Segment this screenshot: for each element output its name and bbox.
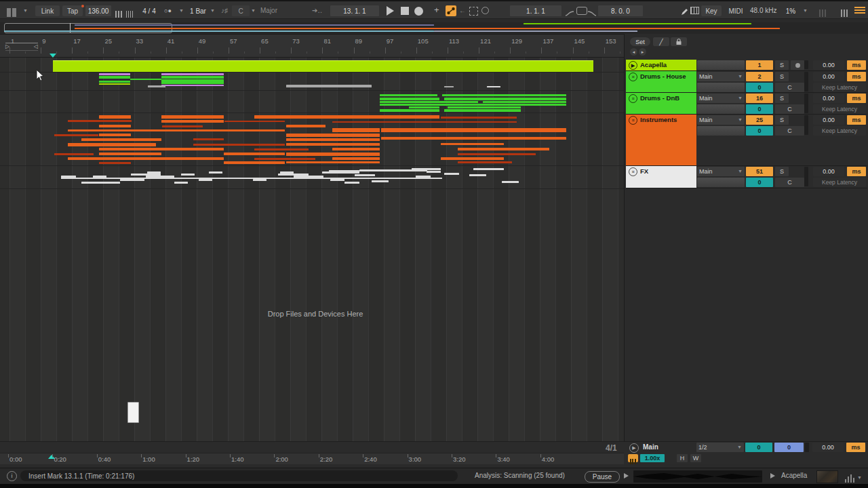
punch-in-icon[interactable] <box>565 7 574 20</box>
clip-stripe[interactable] <box>380 104 566 106</box>
track-volume-box[interactable]: C <box>775 104 804 114</box>
track-header-row[interactable]: ≡InstrumentsMain▼25S0.00ms0CKeep Latency <box>626 115 867 166</box>
acapella-clip[interactable] <box>53 60 593 72</box>
clip-stripe[interactable] <box>409 106 439 108</box>
keep-latency-button[interactable]: Keep Latency <box>813 126 866 136</box>
loop-length-field[interactable]: 8. 0. 0 <box>598 5 643 16</box>
arrangement-position-field[interactable]: 13. 1. 1 <box>330 5 379 16</box>
track-pan-box[interactable]: 0 <box>746 126 773 136</box>
clip-stripe[interactable] <box>286 152 380 156</box>
clip-stripe[interactable] <box>332 121 517 123</box>
track-routing-menu[interactable]: Main▼ <box>697 115 745 125</box>
track-delay-ms-label[interactable]: ms <box>847 115 866 125</box>
track-input-sub-box[interactable] <box>697 83 745 92</box>
clip-stripe[interactable] <box>99 115 131 119</box>
draw-grid-icon[interactable] <box>469 7 478 16</box>
tap-tempo-button[interactable]: Tap <box>62 5 83 16</box>
key-map-button[interactable]: Key <box>701 5 722 16</box>
clip-stripe[interactable] <box>120 179 144 181</box>
clip-stripe[interactable] <box>181 174 195 176</box>
track-name-block[interactable]: ≡Drums - DnB <box>626 93 696 114</box>
track-delay-box[interactable]: 0.00 <box>813 115 844 125</box>
clip-stripe[interactable] <box>148 85 165 87</box>
clip-stripe[interactable] <box>441 143 504 145</box>
clip-stripe[interactable] <box>355 174 375 176</box>
track-pan-box[interactable]: 0 <box>746 104 773 114</box>
clip-stripe[interactable] <box>332 128 380 132</box>
track-menu-icon[interactable]: ≡ <box>629 116 637 125</box>
track-pan-box[interactable]: 0 <box>746 178 773 187</box>
clip-stripe[interactable] <box>286 143 380 146</box>
set-locator-button[interactable]: Set <box>630 37 650 46</box>
stop-button[interactable] <box>401 7 409 15</box>
root-note-caret-icon[interactable]: ▼ <box>251 5 256 16</box>
time-signature-field[interactable]: 4 / 4 <box>137 5 161 16</box>
main-track-name[interactable]: Main <box>643 443 658 451</box>
track-name-block[interactable]: ≡Drums - House <box>626 71 696 92</box>
clip-stripe[interactable] <box>209 171 222 174</box>
prev-locator-button[interactable]: ◂ <box>630 48 637 56</box>
root-note-menu[interactable]: C <box>232 5 250 16</box>
clip-stripe[interactable] <box>54 134 98 136</box>
clip-stripe[interactable] <box>380 101 478 103</box>
logo-menu-caret-icon[interactable]: ▼ <box>23 5 28 16</box>
automation-arm-icon[interactable] <box>446 5 456 16</box>
track-volume-box[interactable]: C <box>775 178 804 187</box>
clip-stripe[interactable] <box>380 98 439 100</box>
clip-stripe[interactable] <box>99 134 131 136</box>
main-volume-box[interactable]: 0 <box>774 443 804 452</box>
clip-stripe[interactable] <box>54 153 94 155</box>
clip-stripe[interactable] <box>487 86 500 87</box>
clip-stripe[interactable] <box>253 179 267 181</box>
scale-name-menu[interactable]: Major <box>260 5 277 16</box>
track-arm-button[interactable] <box>791 60 804 70</box>
preview-play-icon[interactable] <box>624 473 629 479</box>
clip-stripe[interactable] <box>458 153 536 155</box>
levels-caret-icon[interactable]: ▼ <box>857 472 862 483</box>
track-volume-box[interactable]: C <box>775 126 804 136</box>
track-name-block[interactable]: ≡Instruments <box>626 115 696 165</box>
track-header-row[interactable]: ≡Drums - HouseMain▼2S0.00ms0CKeep Latenc… <box>626 71 867 93</box>
loop-switch-icon[interactable] <box>576 7 587 15</box>
track-input-sub-box[interactable] <box>697 126 745 136</box>
clip-stripe[interactable] <box>322 171 359 174</box>
clip-stripe[interactable] <box>286 161 380 163</box>
main-ms-label[interactable]: ms <box>846 443 865 452</box>
draw-mode-pencil-icon[interactable] <box>680 7 688 19</box>
track-routing-menu[interactable]: Main▼ <box>697 167 745 176</box>
clip-stripe[interactable] <box>99 81 130 83</box>
main-pan-box[interactable]: 0 <box>745 443 772 452</box>
track-menu-icon[interactable]: ≡ <box>629 94 637 103</box>
play-button[interactable] <box>387 6 394 16</box>
arrangement-overview[interactable] <box>0 22 868 35</box>
track-solo-button[interactable]: S <box>775 72 789 81</box>
clip-stripe[interactable] <box>458 161 512 163</box>
clip-stripe[interactable] <box>99 152 161 155</box>
clip-stripe[interactable] <box>381 137 566 140</box>
track-channel-box[interactable]: 16 <box>746 94 773 103</box>
keep-latency-button[interactable]: Keep Latency <box>813 83 866 92</box>
clip-stripe[interactable] <box>174 182 188 184</box>
quantize-menu[interactable]: 1 Bar <box>187 5 209 16</box>
clip-stripe[interactable] <box>444 86 454 87</box>
track-input-sub-box[interactable] <box>697 178 745 187</box>
track-delay-ms-label[interactable]: ms <box>847 72 866 81</box>
track-delay-box[interactable]: 0.00 <box>813 72 844 81</box>
main-delay-box[interactable]: 0.00 <box>812 443 844 452</box>
follow-icon[interactable]: ➔‥ <box>312 5 322 16</box>
clip-stripe[interactable] <box>427 171 441 173</box>
preferences-menu-icon[interactable] <box>854 7 865 14</box>
levels-icon[interactable] <box>845 472 856 484</box>
track-header-row[interactable]: ≡Drums - DnBMain▼16S0.00ms0CKeep Latency <box>626 93 867 115</box>
clip-stripe[interactable] <box>483 101 566 103</box>
clip-stripe[interactable] <box>254 115 439 119</box>
clip-stripe[interactable] <box>99 148 224 150</box>
track-pan-box[interactable]: 0 <box>746 83 773 92</box>
tempo-field[interactable]: 136.00 <box>85 5 111 16</box>
clip-stripe[interactable] <box>99 73 130 75</box>
main-routing-menu[interactable]: 1/2▼ <box>696 443 744 452</box>
clip-stripe[interactable] <box>502 181 519 183</box>
track-header-row[interactable]: ≡FXMain▼51S0.00ms0CKeep Latency <box>626 166 867 188</box>
next-locator-button[interactable]: ▸ <box>639 48 646 56</box>
clip-stripe[interactable] <box>99 162 131 164</box>
